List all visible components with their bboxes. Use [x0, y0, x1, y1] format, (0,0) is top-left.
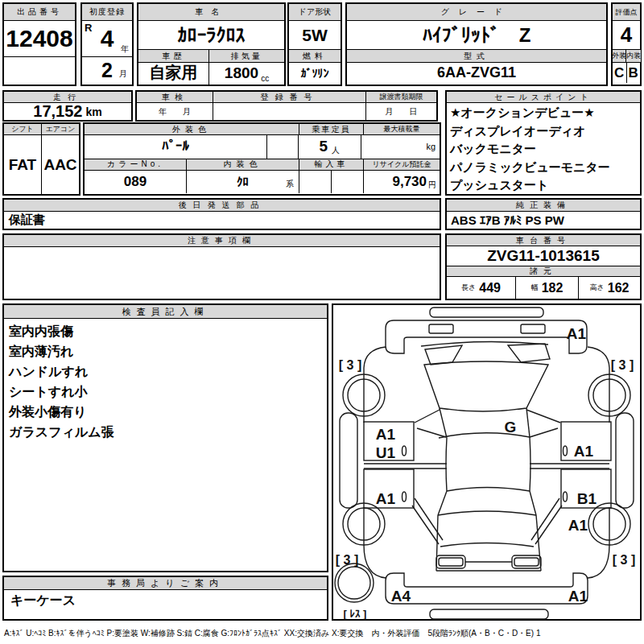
height-value: 162 — [608, 281, 630, 295]
spare-tire — [335, 564, 374, 602]
displacement-unit: cc — [261, 74, 269, 83]
inspector-label: 検査員記入欄 — [4, 305, 327, 319]
sales-points-list: ★オークションデビュー★ ディスプレイオーディオ バックモニター パノラミックビ… — [447, 103, 640, 196]
inspector-notes-list: 室内内張傷 室内薄汚れ ハンドルすれ シートすれ小 外装小傷有り ガラスフィルム… — [4, 319, 327, 444]
rear-bar — [430, 609, 548, 619]
length-cell: 長さ 449 — [447, 277, 516, 299]
later-parts-box: 後日発送部品 保証書 — [2, 198, 441, 230]
ext-int-label-row: 外装 内装 — [613, 50, 640, 63]
history-label: 車歴 — [138, 50, 208, 63]
door-handle — [402, 492, 407, 502]
displacement-value-cell: 1800 cc — [209, 63, 284, 83]
color-capacity-box: 外装色 乗車定員 最大積載量 ﾊﾟｰﾙ 5 人 kg カラーNo. 内装色 輸入… — [83, 122, 441, 196]
mileage-box: 走行 17,152 km — [2, 90, 133, 122]
height-cell: 高さ 162 — [579, 277, 640, 299]
auction-sheet: 出品番号 12408 初度登録 R 4 年 2 月 車名 ｶﾛｰﾗｸﾛｽ 車歴 … — [0, 0, 644, 644]
damage-left-rear-door: A1 — [376, 490, 396, 507]
front-bumper — [386, 320, 587, 353]
first-registration-box: 初度登録 R 4 年 2 月 — [80, 2, 134, 86]
color-no-value: 089 — [85, 171, 187, 194]
capacity-cell: 5 人 — [299, 135, 362, 159]
recycle-label: リサイクル預託金 — [364, 159, 440, 171]
inspector-note: シートすれ小 — [9, 382, 322, 402]
inspector-note: ハンドルすれ — [9, 361, 322, 382]
colorno-import-header-row: カラーNo. 内装色 輸入車 リサイクル預託金 — [85, 159, 440, 171]
sales-point: ディスプレイオーディオ — [450, 122, 637, 141]
specs-row: 長さ 449 幅 182 高さ 162 — [447, 277, 640, 299]
shaken-hint: 年 月 — [137, 103, 213, 120]
fuel-value: ｶﾞｿﾘﾝ — [289, 63, 341, 83]
door-shape-label: ドア形状 — [289, 4, 341, 21]
inspector-note: 室内内張傷 — [9, 321, 322, 341]
first-registration-year-cell: R 4 年 — [82, 21, 132, 57]
tire-grade-front-left: [ 3 ] — [339, 358, 361, 372]
interior-label: 内装 — [626, 50, 641, 63]
mileage-cell: 17,152 km — [4, 103, 131, 120]
trunk-crease — [440, 543, 534, 547]
fuel-label: 燃料 — [289, 50, 341, 63]
aircon-cell: エアコン AAC — [42, 124, 79, 194]
shaken-label: 車検 — [137, 92, 213, 103]
grade-value: ﾊｲﾌﾞﾘｯﾄﾞ Z — [347, 21, 606, 50]
aircon-value: AAC — [42, 135, 79, 194]
exterior-grade: C — [613, 63, 627, 83]
recycle-cell: 9,730 円 — [364, 171, 440, 194]
rear-left-quarter-line — [364, 507, 386, 578]
max-load-label: 最大積載量 — [364, 124, 440, 135]
office-box: 事務局よりご案内 キーケース — [2, 576, 328, 621]
width-cell: 幅 182 — [516, 277, 579, 299]
model-code-value: 6AA-ZVG11 — [347, 63, 606, 83]
month-unit: 月 — [119, 68, 127, 80]
registration-number-cell: 登録番号 — [213, 92, 366, 120]
mileage-value: 17,152 — [33, 102, 82, 121]
displacement-value: 1800 — [225, 64, 258, 82]
capacity-value: 5 — [319, 138, 328, 155]
shift-cell: シフト FAT — [4, 124, 42, 194]
era-mark: R — [85, 22, 92, 34]
vin-value: ZVG11-1013615 — [447, 246, 640, 266]
registration-number-value — [213, 103, 365, 120]
specs-label: 諸元 — [447, 266, 640, 277]
recycle-unit: 円 — [428, 180, 436, 193]
oem-equipment-label: 純正装備 — [447, 200, 640, 212]
transfer-deadline-cell: 譲渡書類期限 月 日 — [366, 92, 436, 120]
door-handle — [564, 492, 568, 502]
shift-aircon-box: シフト FAT エアコン AAC — [2, 122, 80, 196]
displacement-label: 排気量 — [209, 50, 284, 63]
sales-point: バックモニター — [450, 140, 637, 159]
auction-number-label: 出品番号 — [4, 4, 75, 21]
history-displacement-row: 車歴 自家用 排気量 1800 cc — [138, 50, 284, 85]
registration-group-box: 車検 年 月 登録番号 譲渡書類期限 月 日 — [135, 90, 438, 122]
legend-footer: A:ｷｽﾞ U:ﾍｺﾐ B:ｷｽﾞを伴うﾍｺﾐ P:要塗装 W:補修跡 S:錆 … — [4, 628, 642, 639]
damage-right-front-door: A1 — [574, 443, 594, 460]
first-registration-label: 初度登録 — [82, 4, 132, 21]
front-lamp-left — [429, 324, 453, 333]
door-handle — [402, 446, 407, 456]
displacement-cell: 排気量 1800 cc — [209, 50, 284, 85]
damage-front-bumper: A1 — [567, 325, 587, 342]
spare-tire-status: [ ﾚｽ ] — [344, 608, 367, 619]
score-label: 評価点 — [613, 4, 640, 21]
hood — [424, 361, 548, 411]
interior-grade: B — [627, 63, 641, 83]
rear-bumper — [386, 573, 588, 604]
inspector-note: ガラスフィルム張 — [9, 422, 322, 442]
office-value: キーケース — [4, 590, 327, 619]
color-capacity-header-row: 外装色 乗車定員 最大積載量 — [85, 124, 440, 135]
capacity-label: 乗車定員 — [299, 124, 364, 135]
aircon-label: エアコン — [42, 124, 79, 135]
sales-points-label: セールスポイント — [447, 92, 640, 103]
office-label: 事務局よりご案内 — [4, 577, 327, 590]
width-value: 182 — [542, 281, 564, 295]
inspector-note: 室内薄汚れ — [9, 341, 322, 361]
interior-color-label: 内装色 — [187, 159, 299, 171]
left-rocker — [340, 413, 357, 508]
damage-left-front-door-2: U1 — [376, 444, 396, 461]
door-shape-value: 5W — [289, 21, 341, 50]
caution-box: 注意事項欄 — [2, 233, 441, 300]
rear-glass-base — [438, 511, 536, 515]
max-load-unit: kg — [361, 135, 440, 159]
exterior-color-extra-cell — [267, 135, 299, 159]
first-registration-year: 4 — [101, 25, 114, 52]
tire-grade-rear-right: [ 3 ] — [613, 553, 635, 567]
